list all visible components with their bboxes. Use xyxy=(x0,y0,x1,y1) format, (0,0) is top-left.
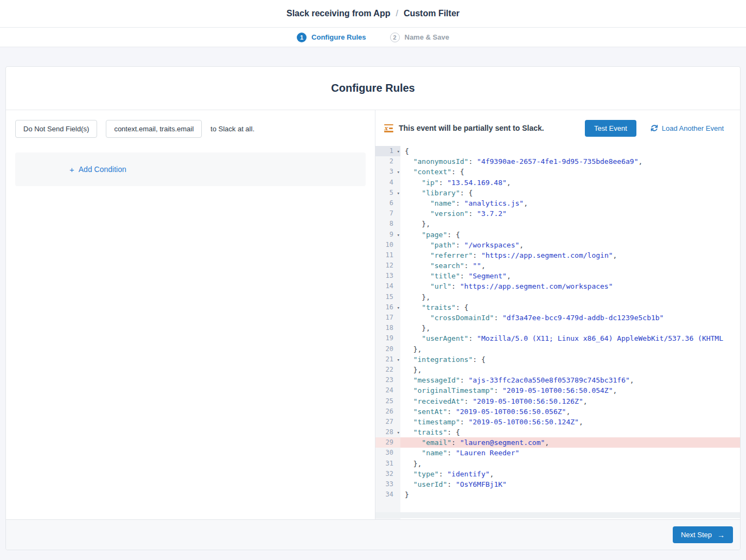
load-another-event-label: Load Another Event xyxy=(662,124,724,132)
line-number: 21▾ xyxy=(375,354,400,365)
code-line: 4 "ip": "13.54.169.48", xyxy=(375,177,740,188)
breadcrumb-separator: / xyxy=(396,9,398,18)
line-number: 14 xyxy=(375,281,400,291)
next-step-button[interactable]: Next Step → xyxy=(673,526,733,543)
line-number: 8 xyxy=(375,219,400,229)
fold-arrow-icon[interactable]: ▾ xyxy=(397,303,400,313)
code-line: 24 "originalTimestamp": "2019-05-10T00:5… xyxy=(375,385,740,396)
line-number: 4 xyxy=(375,177,400,188)
code-line: 26 "sentAt": "2019-05-10T00:56:50.056Z", xyxy=(375,406,740,417)
step-1-label: Configure Rules xyxy=(311,33,366,41)
breadcrumb-secondary: Custom Filter xyxy=(404,9,460,18)
line-number: 32 xyxy=(375,469,400,479)
code-line: 16▾ "traits": { xyxy=(375,302,740,313)
line-number: 27 xyxy=(375,417,400,427)
load-another-event-button[interactable]: Load Another Event xyxy=(651,124,724,132)
step-name-and-save[interactable]: 2 Name & Save xyxy=(390,33,449,42)
code-line: 8 }, xyxy=(375,219,740,229)
add-condition-label: Add Condition xyxy=(79,165,126,174)
code-line: 19 "userAgent": "Mozilla/5.0 (X11; Linux… xyxy=(375,333,740,343)
arrow-right-icon: → xyxy=(717,531,725,539)
line-number: 15 xyxy=(375,292,400,302)
code-line: 31 }, xyxy=(375,459,740,469)
fold-arrow-icon[interactable]: ▾ xyxy=(397,230,400,240)
code-lines: 1▾{2 "anonymousId": "4f9390ae-2657-4fe1-… xyxy=(375,146,740,500)
line-number: 34 xyxy=(375,489,400,500)
line-number: 1▾ xyxy=(375,146,400,156)
code-line: 1▾{ xyxy=(375,146,740,156)
filter-variable-icon: x xyxy=(384,124,393,132)
line-number: 3▾ xyxy=(375,167,400,177)
line-number: 16▾ xyxy=(375,302,400,313)
line-number: 25 xyxy=(375,396,400,406)
test-event-button[interactable]: Test Event xyxy=(585,120,636,137)
line-number: 19 xyxy=(375,333,400,343)
step-2-label: Name & Save xyxy=(405,33,449,41)
event-preview-panel: x This event will be partially sent to S… xyxy=(375,110,740,519)
code-line: 29 "email": "lauren@segment.com", xyxy=(375,437,740,448)
code-line: 10 "path": "/workspaces", xyxy=(375,240,740,250)
rule-row: Do Not Send Field(s) context.email, trai… xyxy=(15,120,366,138)
code-line: 33 "userId": "OsY6MFBj1K" xyxy=(375,479,740,489)
line-number: 7 xyxy=(375,208,400,219)
code-line: 22 }, xyxy=(375,365,740,375)
line-number: 9▾ xyxy=(375,230,400,240)
step-configure-rules[interactable]: 1 Configure Rules xyxy=(297,33,366,42)
fold-arrow-icon[interactable]: ▾ xyxy=(397,147,400,157)
code-line: 11 "referrer": "https://app.segment.com/… xyxy=(375,250,740,260)
code-line: 3▾ "context": { xyxy=(375,167,740,177)
fold-arrow-icon[interactable]: ▾ xyxy=(397,167,400,177)
line-number: 17 xyxy=(375,313,400,323)
event-status-text: This event will be partially sent to Sla… xyxy=(399,124,544,132)
line-number: 26 xyxy=(375,406,400,417)
code-line: 5▾ "library": { xyxy=(375,188,740,198)
code-line: 34} xyxy=(375,489,740,500)
page-title: Configure Rules xyxy=(331,82,415,94)
rule-suffix-text: to Slack at all. xyxy=(211,125,254,133)
code-editor[interactable]: 1▾{2 "anonymousId": "4f9390ae-2657-4fe1-… xyxy=(375,146,740,519)
code-line: 17 "crossDomainId": "df3a47ee-bcc9-479d-… xyxy=(375,313,740,323)
preview-header: x This event will be partially sent to S… xyxy=(375,110,740,146)
card-footer: Next Step → xyxy=(6,519,740,550)
line-number: 5▾ xyxy=(375,188,400,198)
code-line: 27 "timestamp": "2019-05-10T00:56:50.124… xyxy=(375,417,740,427)
code-line: 13 "title": "Segment", xyxy=(375,271,740,281)
next-step-label: Next Step xyxy=(681,531,712,539)
fold-arrow-icon[interactable]: ▾ xyxy=(397,428,400,438)
code-line: 23 "messageId": "ajs-33ffc2ac0a550e8f053… xyxy=(375,375,740,385)
line-number: 2 xyxy=(375,156,400,167)
add-condition-button[interactable]: + Add Condition xyxy=(69,165,126,174)
line-number: 12 xyxy=(375,260,400,271)
code-line: 32 "type": "identify", xyxy=(375,469,740,479)
line-number: 6 xyxy=(375,198,400,208)
line-number: 24 xyxy=(375,385,400,396)
code-line: 28▾ "traits": { xyxy=(375,427,740,437)
code-line: 30 "name": "Lauren Reeder" xyxy=(375,448,740,458)
line-number: 28▾ xyxy=(375,427,400,437)
step-2-circle: 2 xyxy=(390,33,400,42)
line-number: 10 xyxy=(375,240,400,250)
horizontal-scrollbar[interactable] xyxy=(375,512,740,518)
rule-fields-button[interactable]: context.email, traits.email xyxy=(106,120,202,138)
fold-arrow-icon[interactable]: ▾ xyxy=(397,355,400,365)
code-line: 12 "search": "", xyxy=(375,260,740,271)
refresh-icon xyxy=(651,124,658,132)
rule-action-button[interactable]: Do Not Send Field(s) xyxy=(15,120,97,138)
add-condition-panel: + Add Condition xyxy=(15,152,366,186)
line-number: 33 xyxy=(375,479,400,489)
code-line: 9▾ "page": { xyxy=(375,230,740,240)
breadcrumb: Slack receiving from App / Custom Filter xyxy=(286,9,460,18)
fold-arrow-icon[interactable]: ▾ xyxy=(397,188,400,199)
code-line: 7 "version": "3.7.2" xyxy=(375,208,740,219)
step-1-circle: 1 xyxy=(297,33,307,42)
line-number: 22 xyxy=(375,365,400,375)
stepper-bar: 1 Configure Rules 2 Name & Save xyxy=(0,28,746,47)
configure-rules-card: Configure Rules Do Not Send Field(s) con… xyxy=(5,66,741,550)
card-body: Do Not Send Field(s) context.email, trai… xyxy=(6,110,740,519)
line-number: 13 xyxy=(375,271,400,281)
code-line: 21▾ "integrations": { xyxy=(375,354,740,365)
line-number: 30 xyxy=(375,448,400,458)
rule-builder-panel: Do Not Send Field(s) context.email, trai… xyxy=(6,110,375,519)
line-number: 18 xyxy=(375,323,400,333)
code-line: 18 }, xyxy=(375,323,740,333)
